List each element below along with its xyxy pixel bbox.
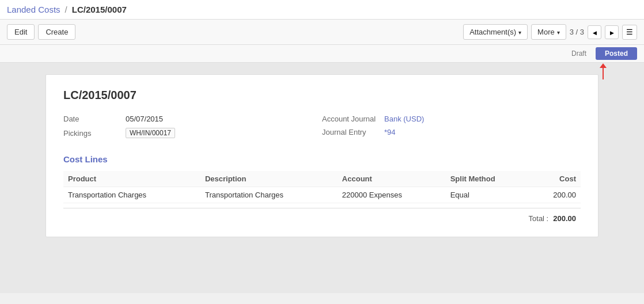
field-account-journal: Account Journal Bank (USD) bbox=[322, 112, 581, 126]
cell-split-method: Equal bbox=[446, 187, 531, 203]
document-title: LC/2015/0007 bbox=[63, 89, 581, 102]
fields-grid: Date 05/07/2015 Pickings WH/IN/00017 Acc… bbox=[63, 112, 581, 140]
arrow-up-icon bbox=[600, 63, 607, 68]
cell-product: Transportation Charges bbox=[63, 187, 200, 203]
field-pickings: Pickings WH/IN/00017 bbox=[63, 126, 322, 140]
breadcrumb-link[interactable]: Landed Costs bbox=[7, 5, 60, 14]
list-view-button[interactable] bbox=[622, 25, 637, 40]
attachments-button[interactable]: Attachment(s) bbox=[463, 24, 528, 40]
breadcrumb-current: LC/2015/0007 bbox=[72, 5, 127, 14]
col-cost: Cost bbox=[531, 171, 581, 187]
more-chevron-icon bbox=[557, 28, 560, 36]
cost-lines-section: Cost Lines Product Description Account S… bbox=[63, 154, 581, 223]
chevron-left-icon bbox=[593, 29, 597, 36]
cost-lines-title: Cost Lines bbox=[63, 154, 581, 164]
pickings-label: Pickings bbox=[63, 129, 121, 138]
next-page-button[interactable] bbox=[605, 25, 619, 39]
account-journal-value[interactable]: Bank (USD) bbox=[384, 115, 424, 123]
journal-entry-value[interactable]: *94 bbox=[384, 128, 396, 136]
table-header-row: Product Description Account Split Method… bbox=[63, 171, 581, 187]
title-bar: Landed Costs / LC/2015/0007 bbox=[0, 0, 644, 20]
attachments-label: Attachment(s) bbox=[469, 28, 516, 36]
fields-right: Account Journal Bank (USD) Journal Entry… bbox=[322, 112, 581, 140]
toolbar-right: 3 / 3 bbox=[570, 25, 637, 40]
status-arrow-indicator bbox=[600, 63, 607, 79]
cell-cost: 200.00 bbox=[531, 187, 581, 203]
main-content: LC/2015/0007 Date 05/07/2015 Pickings WH… bbox=[0, 63, 644, 293]
status-step-draft[interactable]: Draft bbox=[562, 47, 596, 60]
total-value: 200.00 bbox=[553, 214, 576, 223]
total-label: Total : bbox=[529, 214, 549, 223]
chevron-right-icon bbox=[610, 29, 614, 36]
document-card: LC/2015/0007 Date 05/07/2015 Pickings WH… bbox=[46, 74, 598, 237]
cost-lines-table: Product Description Account Split Method… bbox=[63, 171, 581, 203]
toolbar-center: Attachment(s) More bbox=[463, 24, 566, 40]
date-label: Date bbox=[63, 115, 121, 123]
field-journal-entry: Journal Entry *94 bbox=[322, 126, 581, 139]
arrow-shaft bbox=[603, 68, 604, 79]
more-label: More bbox=[537, 28, 555, 36]
col-description: Description bbox=[200, 171, 338, 187]
prev-page-button[interactable] bbox=[588, 25, 601, 39]
breadcrumb-sep: / bbox=[65, 5, 67, 14]
table-row: Transportation Charges Transportation Ch… bbox=[63, 187, 581, 203]
cell-description: Transportation Charges bbox=[200, 187, 338, 203]
journal-entry-label: Journal Entry bbox=[322, 128, 380, 136]
col-account: Account bbox=[338, 171, 446, 187]
fields-left: Date 05/07/2015 Pickings WH/IN/00017 bbox=[63, 112, 322, 140]
account-journal-label: Account Journal bbox=[322, 115, 380, 123]
col-product: Product bbox=[63, 171, 200, 187]
total-row: Total : 200.00 bbox=[63, 208, 581, 223]
toolbar-left: Edit Create bbox=[7, 24, 460, 40]
attachments-chevron-icon bbox=[518, 28, 521, 36]
pickings-value[interactable]: WH/IN/00017 bbox=[126, 128, 175, 138]
more-button[interactable]: More bbox=[531, 24, 566, 40]
menu-lines-icon bbox=[626, 28, 633, 36]
status-bar: Draft Posted bbox=[0, 45, 644, 63]
date-value: 05/07/2015 bbox=[126, 115, 163, 123]
cell-account: 220000 Expenses bbox=[338, 187, 446, 203]
create-button[interactable]: Create bbox=[38, 24, 75, 40]
status-step-posted[interactable]: Posted bbox=[596, 47, 637, 60]
col-split-method: Split Method bbox=[446, 171, 531, 187]
toolbar: Edit Create Attachment(s) More 3 / 3 bbox=[0, 20, 644, 45]
edit-button[interactable]: Edit bbox=[7, 24, 35, 40]
field-date: Date 05/07/2015 bbox=[63, 112, 322, 126]
pager-text: 3 / 3 bbox=[570, 28, 584, 36]
